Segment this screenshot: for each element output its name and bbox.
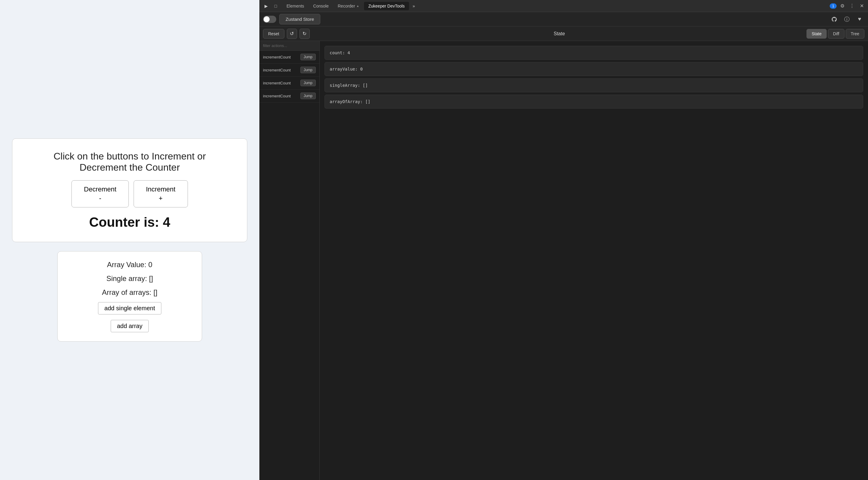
enable-toggle[interactable] xyxy=(263,16,276,23)
jump-button-0[interactable]: Jump xyxy=(300,54,316,60)
toggle-knob xyxy=(264,16,270,22)
inspect-icon[interactable]: □ xyxy=(272,2,280,10)
tab-elements[interactable]: Elements xyxy=(282,2,308,10)
action-item-3[interactable]: incrementCount Jump xyxy=(259,90,319,102)
state-tab-state[interactable]: State xyxy=(806,29,827,39)
counter-instruction: Click on the buttons to Increment or Dec… xyxy=(30,151,229,173)
state-tab-diff[interactable]: Diff xyxy=(828,29,844,39)
action-item-1[interactable]: incrementCount Jump xyxy=(259,64,319,76)
devtools-main-content: incrementCount Jump incrementCount Jump … xyxy=(259,41,868,480)
heart-icon[interactable]: ♥ xyxy=(855,14,864,24)
tab-console[interactable]: Console xyxy=(309,2,333,10)
jump-button-2[interactable]: Jump xyxy=(300,79,316,86)
action-name-1: incrementCount xyxy=(263,68,291,72)
decrement-symbol: - xyxy=(99,194,101,202)
github-icon[interactable] xyxy=(829,14,839,24)
more-tabs-icon[interactable]: » xyxy=(409,2,418,10)
info-icon[interactable]: ⓘ xyxy=(842,14,852,24)
redo-button[interactable]: ↻ xyxy=(300,29,310,39)
devtools-toolbar: Zustand Store ⓘ ♥ xyxy=(259,12,868,27)
reset-button[interactable]: Reset xyxy=(263,29,284,39)
array-box: Array Value: 0 Single array: [] Array of… xyxy=(57,251,202,342)
decrement-label: Decrement xyxy=(84,185,116,193)
devtools-controls: Reset ↺ ↻ State State Diff Tree xyxy=(259,27,868,41)
action-item-2[interactable]: incrementCount Jump xyxy=(259,76,319,90)
state-tab-group: State Diff Tree xyxy=(806,29,864,39)
jump-button-1[interactable]: Jump xyxy=(300,67,316,73)
close-devtools-icon[interactable]: ✕ xyxy=(858,2,866,10)
increment-label: Increment xyxy=(146,185,176,193)
devtools-topbar: ▶ □ Elements Console Recorder Zukeeper D… xyxy=(259,0,868,12)
array-of-arrays-label: Array of arrays: [] xyxy=(102,288,157,297)
counter-value: Counter is: 4 xyxy=(89,215,170,230)
state-item-arrayvalue: arrayValue: 0 xyxy=(324,62,863,76)
undo-button[interactable]: ↺ xyxy=(287,29,297,39)
increment-button[interactable]: Increment + xyxy=(134,180,188,207)
action-name-3: incrementCount xyxy=(263,94,291,98)
state-item-count: count: 4 xyxy=(324,46,863,60)
action-name-0: incrementCount xyxy=(263,55,291,59)
single-array-label: Single array: [] xyxy=(106,275,153,283)
state-section-label: State xyxy=(554,31,565,36)
increment-symbol: + xyxy=(159,194,162,202)
tab-recorder[interactable]: Recorder xyxy=(334,2,364,10)
state-item-arrayofarray: arrayOfArray: [] xyxy=(324,95,863,108)
filter-actions-input[interactable] xyxy=(259,41,319,51)
settings-icon[interactable]: ⚙ xyxy=(838,2,846,10)
tab-count-badge: 1 xyxy=(830,3,837,9)
kebab-menu-icon[interactable]: ⋮ xyxy=(848,2,856,10)
counter-box: Click on the buttons to Increment or Dec… xyxy=(12,138,247,242)
devtools-topbar-right: 1 ⚙ ⋮ ✕ xyxy=(830,2,866,10)
add-single-element-button[interactable]: add single element xyxy=(98,302,161,315)
jump-button-3[interactable]: Jump xyxy=(300,93,316,99)
devtools-top-icons: ▶ □ xyxy=(262,2,280,10)
tab-zukeeper[interactable]: Zukeeper DevTools xyxy=(364,2,409,10)
action-item-0[interactable]: incrementCount Jump xyxy=(259,51,319,64)
devtools-main-tabs: Elements Console Recorder Zukeeper DevTo… xyxy=(282,2,827,10)
cursor-icon[interactable]: ▶ xyxy=(262,2,270,10)
counter-button-row: Decrement - Increment + xyxy=(71,180,188,207)
action-list: incrementCount Jump incrementCount Jump … xyxy=(259,41,320,480)
state-item-singlearray: singleArray: [] xyxy=(324,78,863,92)
state-panel: count: 4 arrayValue: 0 singleArray: [] a… xyxy=(320,41,868,480)
zustand-store-button[interactable]: Zustand Store xyxy=(279,14,320,25)
array-value-label: Array Value: 0 xyxy=(107,260,152,269)
app-panel: Click on the buttons to Increment or Dec… xyxy=(0,0,259,480)
state-tab-tree[interactable]: Tree xyxy=(846,29,864,39)
devtools-panel: ▶ □ Elements Console Recorder Zukeeper D… xyxy=(259,0,868,480)
action-name-2: incrementCount xyxy=(263,81,291,85)
add-array-button[interactable]: add array xyxy=(111,320,149,332)
decrement-button[interactable]: Decrement - xyxy=(71,180,129,207)
